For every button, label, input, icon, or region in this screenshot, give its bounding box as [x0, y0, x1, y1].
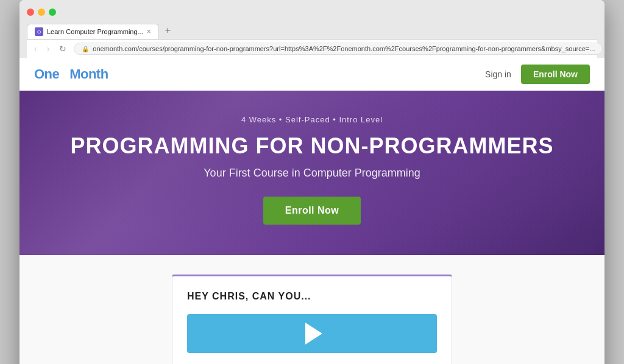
lock-icon: 🔒 — [82, 46, 89, 52]
minimize-traffic-light[interactable] — [38, 9, 45, 16]
hero-content: 4 Weeks • Self-Paced • Intro Level PROGR… — [32, 115, 592, 225]
enroll-now-hero-button[interactable]: Enroll Now — [263, 197, 361, 225]
maximize-traffic-light[interactable] — [49, 9, 56, 16]
header-right: Sign in Enroll Now — [485, 65, 590, 84]
hero-title: PROGRAMMING FOR NON-PROGRAMMERS — [32, 134, 592, 158]
play-button-icon[interactable] — [305, 323, 322, 345]
forward-button[interactable]: › — [44, 43, 52, 55]
content-section: HEY CHRIS, CAN YOU... — [20, 255, 604, 364]
sign-in-link[interactable]: Sign in — [485, 69, 511, 79]
hero-subtitle: 4 Weeks • Self-Paced • Intro Level — [32, 115, 592, 124]
traffic-lights — [27, 5, 597, 21]
tab-favicon: O — [35, 27, 43, 36]
content-card: HEY CHRIS, CAN YOU... — [172, 275, 452, 364]
back-button[interactable]: ‹ — [32, 43, 40, 55]
site-logo: One Month — [34, 66, 108, 82]
new-tab-button[interactable]: + — [159, 22, 177, 39]
enroll-now-header-button[interactable]: Enroll Now — [521, 65, 590, 84]
tab-label: Learn Computer Programming... — [47, 28, 143, 35]
logo-word1: One — [34, 66, 59, 82]
address-bar-row: ‹ › ↻ 🔒 onemonth.com/courses/programming… — [27, 39, 597, 58]
card-heading: HEY CHRIS, CAN YOU... — [187, 291, 437, 302]
hero-description: Your First Course in Computer Programmin… — [32, 167, 592, 180]
page-content: One Month Sign in Enroll Now 4 Weeks • S… — [20, 58, 604, 364]
browser-window: O Learn Computer Programming... × + ‹ › … — [20, 0, 604, 364]
active-tab[interactable]: O Learn Computer Programming... × — [27, 24, 159, 39]
tab-close-icon[interactable]: × — [147, 27, 151, 36]
video-player[interactable] — [187, 314, 437, 353]
tab-bar: O Learn Computer Programming... × + — [27, 22, 597, 39]
browser-chrome: O Learn Computer Programming... × + ‹ › … — [20, 0, 604, 58]
site-header: One Month Sign in Enroll Now — [20, 58, 604, 91]
address-text: onemonth.com/courses/programming-for-non… — [93, 45, 595, 52]
logo-word2: Month — [69, 66, 108, 82]
refresh-button[interactable]: ↻ — [57, 43, 69, 55]
address-bar[interactable]: 🔒 onemonth.com/courses/programming-for-n… — [74, 43, 603, 55]
hero-section: 4 Weeks • Self-Paced • Intro Level PROGR… — [20, 91, 604, 255]
close-traffic-light[interactable] — [27, 9, 34, 16]
